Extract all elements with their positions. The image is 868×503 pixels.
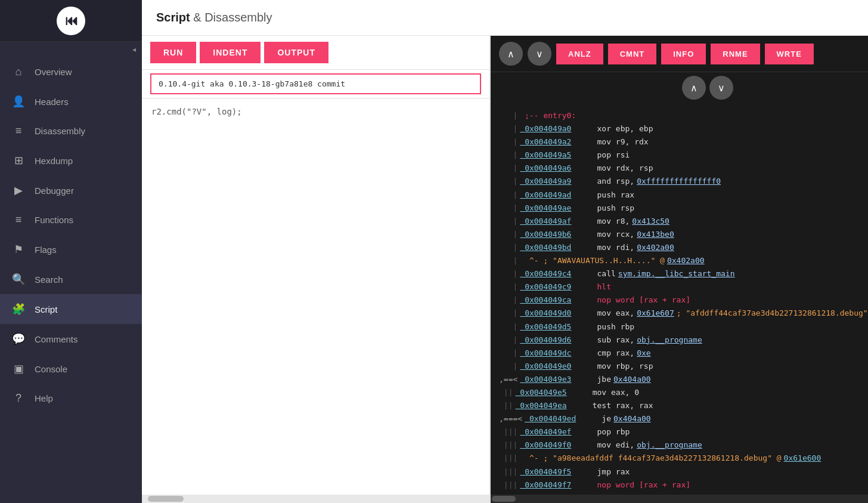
sidebar-item-debugger[interactable]: ▶ Debugger [0, 175, 142, 205]
sub-chevron-up-icon: ∧ [690, 82, 698, 94]
disasm-sub-nav-down[interactable]: ∨ [709, 76, 733, 100]
table-row: ||| ^- ; "a98eeadafddf f44caf37ae3d4b227… [499, 452, 868, 465]
table-row: | 0x004049a5 pop rsi [499, 149, 868, 162]
sidebar-item-flags[interactable]: ⚑ Flags [0, 234, 142, 264]
disasm-scrollbar[interactable] [491, 495, 868, 503]
sidebar-item-label: Functions [35, 215, 73, 225]
table-row: | 0x004049d5 push rbp [499, 320, 868, 334]
anlz-button[interactable]: ANLZ [556, 44, 603, 64]
sidebar-item-label: Script [35, 304, 57, 314]
home-icon: ⌂ [12, 66, 25, 78]
main-content: Script & Disassembly 🔍 ⋮ RUN INDENT OUTP… [142, 0, 868, 503]
sidebar-item-search[interactable]: 🔍 Search [0, 264, 142, 294]
sidebar-item-headers[interactable]: 👤 Headers [0, 87, 142, 116]
indent-button[interactable]: INDENT [200, 42, 261, 63]
info-button[interactable]: INFO [661, 44, 706, 64]
sidebar-item-label: Debugger [35, 186, 74, 196]
disasm-code[interactable]: | ;-- entry0: | 0x004049a0 xor ebp, ebp … [491, 103, 868, 495]
cmnt-button[interactable]: CMNT [608, 44, 657, 64]
table-row: | 0x004049a6 mov rdx, rsp [499, 162, 868, 175]
table-row: | 0x004049ca nop word [rax + rax] [499, 294, 868, 307]
script-scrollbar[interactable] [142, 495, 489, 503]
output-button[interactable]: OUTPUT [264, 42, 328, 63]
sidebar-nav: ⌂ Overview 👤 Headers ≡ Disassembly ⊞ Hex… [0, 57, 142, 503]
sidebar-item-label: Hexdump [35, 156, 73, 166]
table-row: | 0x004049b6 mov rcx, 0x413be0 [499, 228, 868, 241]
sidebar-item-script[interactable]: 🧩 Script [0, 294, 142, 324]
output-text: 0.10.4-git aka 0.10.3-18-gb7a81e8 commit [159, 79, 345, 88]
script-toolbar: RUN INDENT OUTPUT [142, 36, 489, 70]
chevron-down-icon: ∨ [536, 48, 543, 60]
table-row: ,==< 0x004049e3 jbe 0x404a00 [499, 373, 868, 386]
search-icon: 🔍 [12, 273, 25, 286]
disasm-sub-toolbar: ∧ ∨ [491, 72, 868, 103]
table-row: | 0x004049a2 mov r9, rdx [499, 135, 868, 149]
script-code-area[interactable]: r2.cmd("?V", log); [142, 98, 489, 495]
header-title-bold: Script [156, 11, 190, 24]
headers-icon: 👤 [12, 95, 25, 108]
table-row: | 0x004049dc cmp rax, 0xe [499, 347, 868, 360]
table-row: | 0x004049c4 call sym.imp.__libc_start_m… [499, 267, 868, 280]
content-area: RUN INDENT OUTPUT 0.10.4-git aka 0.10.3-… [142, 36, 868, 503]
table-row: | 0x004049c9 hlt [499, 280, 868, 294]
sidebar-item-label: Overview [35, 67, 72, 77]
script-panel: RUN INDENT OUTPUT 0.10.4-git aka 0.10.3-… [142, 36, 491, 503]
table-row: ,===< 0x004049ed je 0x404a00 [499, 412, 868, 425]
sidebar-item-hexdump[interactable]: ⊞ Hexdump [0, 146, 142, 175]
rnme-button[interactable]: RNME [711, 44, 760, 64]
sidebar-item-label: Comments [35, 334, 78, 344]
main-header: Script & Disassembly 🔍 ⋮ [142, 0, 868, 36]
table-row: | 0x004049a0 xor ebp, ebp [499, 122, 868, 135]
sidebar-item-label: Help [35, 393, 53, 403]
script-scrollbar-thumb [148, 496, 184, 502]
sub-chevron-down-icon: ∨ [718, 82, 725, 94]
table-row: | 0x004049af mov r8, 0x413c50 [499, 215, 868, 228]
table-row: | 0x004049d0 mov eax, 0x61e607 ; "afddff… [499, 307, 868, 320]
table-row: ||| 0x004049f5 jmp rax [499, 465, 868, 479]
table-row: | 0x004049ae push rsp [499, 202, 868, 215]
sidebar-item-help[interactable]: ? Help [0, 384, 142, 413]
table-row: | 0x004049a9 and rsp, 0xfffffffffffffff0 [499, 175, 868, 188]
sidebar-item-console[interactable]: ▣ Console [0, 354, 142, 384]
table-row: || 0x004049ea test rax, rax [499, 399, 868, 412]
sidebar-item-label: Search [35, 274, 63, 285]
script-icon: 🧩 [12, 303, 25, 316]
sidebar-item-overview[interactable]: ⌂ Overview [0, 57, 142, 87]
sidebar-item-label: Headers [35, 97, 69, 107]
comments-icon: 💬 [12, 332, 25, 345]
disasm-nav-down[interactable]: ∨ [528, 42, 551, 66]
sidebar-item-label: Disassembly [35, 126, 85, 136]
header-title: Script & Disassembly [156, 11, 272, 24]
table-row: | ^- ; "AWAVAUATUS..H..H...." @ 0x402a00 [499, 254, 868, 267]
disasm-nav-up[interactable]: ∧ [499, 42, 523, 66]
table-row: || 0x004049e5 mov eax, 0 [499, 386, 868, 399]
table-row: ||| 0x004049f0 mov edi, obj.__progname [499, 439, 868, 452]
help-icon: ? [12, 392, 25, 405]
disassembly-panel: ∧ ∨ ANLZ CMNT INFO RNME WRTE ∧ ∨ [491, 36, 868, 503]
run-button[interactable]: RUN [150, 42, 196, 63]
sidebar-item-comments[interactable]: 💬 Comments [0, 324, 142, 354]
sidebar-item-label: Flags [35, 245, 57, 255]
sidebar: ⏮ ◂ ⌂ Overview 👤 Headers ≡ Disassembly ⊞… [0, 0, 142, 503]
debugger-icon: ▶ [12, 184, 25, 197]
disasm-sub-nav-up[interactable]: ∧ [682, 76, 706, 100]
sidebar-item-disassembly[interactable]: ≡ Disassembly [0, 116, 142, 146]
sidebar-item-functions[interactable]: ≡ Functions [0, 205, 142, 234]
sidebar-collapse-arrow[interactable]: ◂ [0, 42, 142, 57]
script-output-bar: 0.10.4-git aka 0.10.3-18-gb7a81e8 commit [142, 70, 489, 98]
table-row: | ;-- entry0: [499, 109, 868, 122]
hexdump-icon: ⊞ [12, 154, 25, 167]
disasm-scrollbar-thumb [492, 496, 516, 502]
disassembly-icon: ≡ [12, 125, 25, 137]
table-row: ||| 0x004049f7 nop word [rax + rax] [499, 479, 868, 492]
script-code-line: r2.cmd("?V", log); [151, 107, 242, 116]
table-row: | 0x004049e0 mov rbp, rsp [499, 360, 868, 373]
sidebar-item-label: Console [35, 364, 67, 374]
sidebar-logo: ⏮ [0, 0, 142, 42]
header-title-rest: & Disassembly [190, 11, 272, 24]
table-row: ||| 0x004049ef pop rbp [499, 425, 868, 439]
wrte-button[interactable]: WRTE [765, 44, 814, 64]
table-row: | 0x004049d6 sub rax, obj.__progname [499, 334, 868, 347]
app-logo: ⏮ [57, 7, 85, 35]
flags-icon: ⚑ [12, 243, 25, 256]
